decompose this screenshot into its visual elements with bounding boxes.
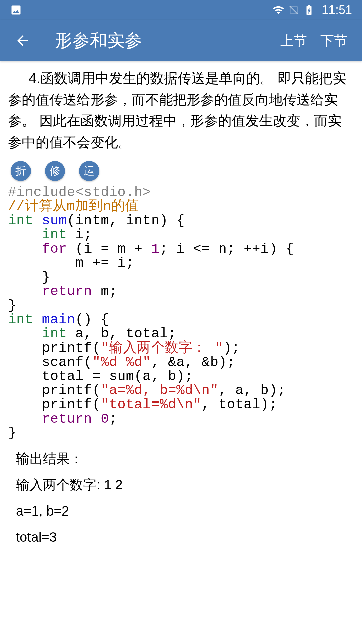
- back-arrow-icon[interactable]: [15, 33, 31, 49]
- battery-charging-icon: [303, 4, 315, 16]
- code-token: }: [8, 270, 50, 285]
- status-time: 11:51: [322, 3, 352, 17]
- run-button[interactable]: 运: [79, 161, 99, 181]
- code-token: }: [8, 298, 16, 313]
- explanation-paragraph: 4.函数调用中发生的数据传送是单向的。 即只能把实参的值传送给形参，而不能把形参…: [8, 68, 354, 153]
- code-token: "输入两个数字： ": [101, 340, 223, 356]
- content-area: 4.函数调用中发生的数据传送是单向的。 即只能把实参的值传送给形参，而不能把形参…: [0, 61, 362, 554]
- code-token: (intm, intn) {: [67, 213, 185, 228]
- prev-section-button[interactable]: 上节: [280, 32, 307, 50]
- code-token: , total);: [201, 397, 277, 412]
- edit-button[interactable]: 修: [45, 161, 65, 181]
- fold-button[interactable]: 折: [11, 161, 31, 181]
- output-line: 输入两个数字: 1 2: [16, 474, 354, 495]
- code-token: sum: [42, 213, 67, 228]
- code-token: "a=%d, b=%d\n": [101, 383, 218, 398]
- code-token: ; i <= n; ++i) {: [160, 241, 294, 257]
- output-section: 输出结果： 输入两个数字: 1 2 a=1, b=2 total=3: [16, 448, 354, 547]
- code-token: int: [8, 312, 33, 327]
- output-line: a=1, b=2: [16, 500, 354, 521]
- next-section-button[interactable]: 下节: [320, 32, 347, 50]
- code-token: int: [42, 326, 67, 341]
- code-token: int: [8, 213, 33, 228]
- code-token: printf(: [8, 397, 101, 412]
- code-token: , &a, &b);: [151, 355, 235, 370]
- code-token: printf(: [8, 340, 101, 356]
- code-include: #include<stdio.h>: [8, 184, 151, 200]
- code-token: main: [42, 312, 75, 327]
- code-token: int: [42, 227, 67, 243]
- output-heading: 输出结果：: [16, 448, 354, 469]
- code-token: a, b, total;: [67, 326, 176, 341]
- code-token: , a, b);: [219, 383, 286, 398]
- image-icon: [10, 4, 22, 16]
- status-left: [10, 4, 22, 16]
- code-token: }: [8, 425, 16, 441]
- code-token: () {: [75, 312, 109, 327]
- code-token: m += i;: [8, 255, 134, 271]
- code-token: scanf(: [8, 355, 92, 370]
- code-token: printf(: [8, 383, 101, 398]
- code-block: #include<stdio.h> //计算从m加到n的值 int sum(in…: [8, 185, 354, 440]
- code-token: 1: [151, 241, 160, 257]
- code-token: return: [42, 411, 92, 427]
- status-right: 11:51: [272, 3, 352, 17]
- code-token: );: [223, 340, 240, 356]
- status-bar: 11:51: [0, 0, 362, 20]
- code-token: 0: [101, 411, 109, 427]
- app-bar: 形参和实参 上节 下节: [0, 20, 362, 61]
- wifi-icon: [272, 4, 284, 16]
- no-sim-icon: [288, 5, 299, 15]
- code-token: total = sum(a, b);: [8, 369, 193, 384]
- code-actions-row: 折 修 运: [11, 161, 354, 181]
- code-token: m;: [92, 284, 117, 299]
- code-comment: //计算从m加到n的值: [8, 199, 139, 214]
- code-token: ;: [109, 411, 117, 427]
- page-title: 形参和实参: [55, 29, 267, 52]
- code-token: for: [42, 241, 67, 257]
- code-token: (i = m +: [67, 241, 151, 257]
- code-token: return: [42, 284, 92, 299]
- code-token: "%d %d": [92, 355, 151, 370]
- output-line: total=3: [16, 527, 354, 547]
- code-token: "total=%d\n": [101, 397, 201, 412]
- code-token: i;: [67, 227, 92, 243]
